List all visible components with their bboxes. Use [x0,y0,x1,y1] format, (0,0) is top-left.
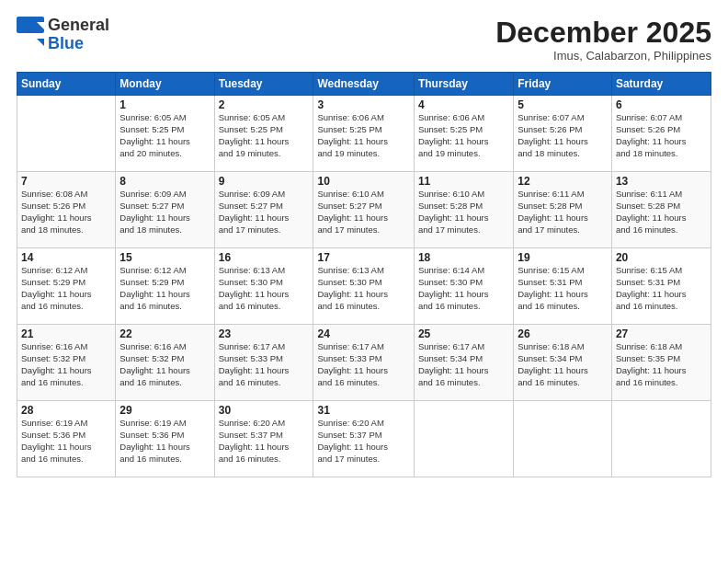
calendar-cell [611,401,711,477]
calendar: SundayMondayTuesdayWednesdayThursdayFrid… [17,72,711,477]
calendar-cell: 6Sunrise: 6:07 AMSunset: 5:26 PMDaylight… [611,96,711,172]
logo-icon [17,17,44,50]
day-info: Sunrise: 6:13 AMSunset: 5:30 PMDaylight:… [317,265,409,312]
day-info: Sunrise: 6:09 AMSunset: 5:27 PMDaylight:… [219,189,310,236]
weekday-header-wednesday: Wednesday [313,73,414,96]
day-info: Sunrise: 6:18 AMSunset: 5:34 PMDaylight:… [518,341,608,388]
logo-text: General Blue [48,17,109,53]
day-info: Sunrise: 6:20 AMSunset: 5:37 PMDaylight:… [219,418,310,465]
day-number: 31 [317,404,409,417]
day-info: Sunrise: 6:10 AMSunset: 5:27 PMDaylight:… [317,189,409,236]
calendar-cell: 9Sunrise: 6:09 AMSunset: 5:27 PMDaylight… [214,172,313,248]
calendar-cell: 1Sunrise: 6:05 AMSunset: 5:25 PMDaylight… [116,96,214,172]
calendar-cell [17,96,116,172]
weekday-header-tuesday: Tuesday [214,73,313,96]
calendar-cell: 13Sunrise: 6:11 AMSunset: 5:28 PMDayligh… [611,172,711,248]
day-info: Sunrise: 6:09 AMSunset: 5:27 PMDaylight:… [119,189,210,236]
calendar-cell: 18Sunrise: 6:14 AMSunset: 5:30 PMDayligh… [414,248,513,325]
day-info: Sunrise: 6:06 AMSunset: 5:25 PMDaylight:… [418,112,509,159]
day-number: 23 [219,327,310,340]
calendar-cell: 5Sunrise: 6:07 AMSunset: 5:26 PMDaylight… [514,96,612,172]
calendar-cell: 15Sunrise: 6:12 AMSunset: 5:29 PMDayligh… [116,248,214,325]
calendar-cell: 22Sunrise: 6:16 AMSunset: 5:32 PMDayligh… [116,325,214,401]
day-info: Sunrise: 6:11 AMSunset: 5:28 PMDaylight:… [518,189,608,236]
day-info: Sunrise: 6:08 AMSunset: 5:26 PMDaylight:… [21,189,111,236]
day-number: 10 [317,175,409,188]
day-info: Sunrise: 6:17 AMSunset: 5:34 PMDaylight:… [418,341,509,388]
day-number: 28 [21,404,111,417]
day-number: 18 [418,251,509,264]
day-info: Sunrise: 6:05 AMSunset: 5:25 PMDaylight:… [219,112,310,159]
day-number: 15 [119,251,210,264]
day-info: Sunrise: 6:07 AMSunset: 5:26 PMDaylight:… [616,112,707,159]
calendar-cell: 8Sunrise: 6:09 AMSunset: 5:27 PMDaylight… [116,172,214,248]
day-number: 22 [119,327,210,340]
calendar-cell: 11Sunrise: 6:10 AMSunset: 5:28 PMDayligh… [414,172,513,248]
day-number: 17 [317,251,409,264]
calendar-cell: 29Sunrise: 6:19 AMSunset: 5:36 PMDayligh… [116,401,214,477]
calendar-cell: 24Sunrise: 6:17 AMSunset: 5:33 PMDayligh… [313,325,414,401]
day-number: 1 [119,98,210,111]
day-number: 25 [418,327,509,340]
weekday-header-sunday: Sunday [17,73,116,96]
day-info: Sunrise: 6:16 AMSunset: 5:32 PMDaylight:… [21,341,111,388]
day-number: 3 [317,98,409,111]
calendar-cell: 12Sunrise: 6:11 AMSunset: 5:28 PMDayligh… [514,172,612,248]
day-info: Sunrise: 6:15 AMSunset: 5:31 PMDaylight:… [616,265,707,312]
title-block: December 2025 Imus, Calabarzon, Philippi… [495,17,711,63]
calendar-cell: 20Sunrise: 6:15 AMSunset: 5:31 PMDayligh… [611,248,711,325]
day-number: 30 [219,404,310,417]
calendar-cell: 23Sunrise: 6:17 AMSunset: 5:33 PMDayligh… [214,325,313,401]
day-info: Sunrise: 6:19 AMSunset: 5:36 PMDaylight:… [119,418,210,465]
month-title: December 2025 [495,17,711,49]
day-number: 26 [518,327,608,340]
day-info: Sunrise: 6:12 AMSunset: 5:29 PMDaylight:… [21,265,111,312]
location: Imus, Calabarzon, Philippines [495,49,711,63]
day-info: Sunrise: 6:10 AMSunset: 5:28 PMDaylight:… [418,189,509,236]
day-info: Sunrise: 6:17 AMSunset: 5:33 PMDaylight:… [317,341,409,388]
calendar-cell: 19Sunrise: 6:15 AMSunset: 5:31 PMDayligh… [514,248,612,325]
calendar-cell: 28Sunrise: 6:19 AMSunset: 5:36 PMDayligh… [17,401,116,477]
day-number: 6 [616,98,707,111]
day-number: 4 [418,98,509,111]
calendar-cell: 7Sunrise: 6:08 AMSunset: 5:26 PMDaylight… [17,172,116,248]
day-number: 2 [219,98,310,111]
calendar-cell: 30Sunrise: 6:20 AMSunset: 5:37 PMDayligh… [214,401,313,477]
day-info: Sunrise: 6:17 AMSunset: 5:33 PMDaylight:… [219,341,310,388]
day-info: Sunrise: 6:20 AMSunset: 5:37 PMDaylight:… [317,418,409,465]
day-info: Sunrise: 6:05 AMSunset: 5:25 PMDaylight:… [119,112,210,159]
day-info: Sunrise: 6:12 AMSunset: 5:29 PMDaylight:… [119,265,210,312]
day-info: Sunrise: 6:07 AMSunset: 5:26 PMDaylight:… [518,112,608,159]
day-info: Sunrise: 6:15 AMSunset: 5:31 PMDaylight:… [518,265,608,312]
day-number: 12 [518,175,608,188]
calendar-cell: 4Sunrise: 6:06 AMSunset: 5:25 PMDaylight… [414,96,513,172]
header: General Blue December 2025 Imus, Calabar… [17,17,711,63]
day-number: 21 [21,327,111,340]
day-number: 14 [21,251,111,264]
calendar-cell: 27Sunrise: 6:18 AMSunset: 5:35 PMDayligh… [611,325,711,401]
logo: General Blue [17,17,109,53]
day-number: 7 [21,175,111,188]
calendar-cell: 21Sunrise: 6:16 AMSunset: 5:32 PMDayligh… [17,325,116,401]
calendar-cell: 31Sunrise: 6:20 AMSunset: 5:37 PMDayligh… [313,401,414,477]
calendar-cell: 2Sunrise: 6:05 AMSunset: 5:25 PMDaylight… [214,96,313,172]
calendar-cell: 3Sunrise: 6:06 AMSunset: 5:25 PMDaylight… [313,96,414,172]
calendar-cell: 26Sunrise: 6:18 AMSunset: 5:34 PMDayligh… [514,325,612,401]
day-number: 5 [518,98,608,111]
calendar-cell: 10Sunrise: 6:10 AMSunset: 5:27 PMDayligh… [313,172,414,248]
calendar-cell: 17Sunrise: 6:13 AMSunset: 5:30 PMDayligh… [313,248,414,325]
day-info: Sunrise: 6:11 AMSunset: 5:28 PMDaylight:… [616,189,707,236]
calendar-cell [514,401,612,477]
weekday-header-friday: Friday [514,73,612,96]
day-number: 13 [616,175,707,188]
weekday-header-thursday: Thursday [414,73,513,96]
day-info: Sunrise: 6:18 AMSunset: 5:35 PMDaylight:… [616,341,707,388]
page: General Blue December 2025 Imus, Calabar… [0,0,728,563]
calendar-cell: 16Sunrise: 6:13 AMSunset: 5:30 PMDayligh… [214,248,313,325]
calendar-cell [414,401,513,477]
day-info: Sunrise: 6:06 AMSunset: 5:25 PMDaylight:… [317,112,409,159]
day-number: 29 [119,404,210,417]
day-info: Sunrise: 6:16 AMSunset: 5:32 PMDaylight:… [119,341,210,388]
day-info: Sunrise: 6:13 AMSunset: 5:30 PMDaylight:… [219,265,310,312]
day-number: 19 [518,251,608,264]
